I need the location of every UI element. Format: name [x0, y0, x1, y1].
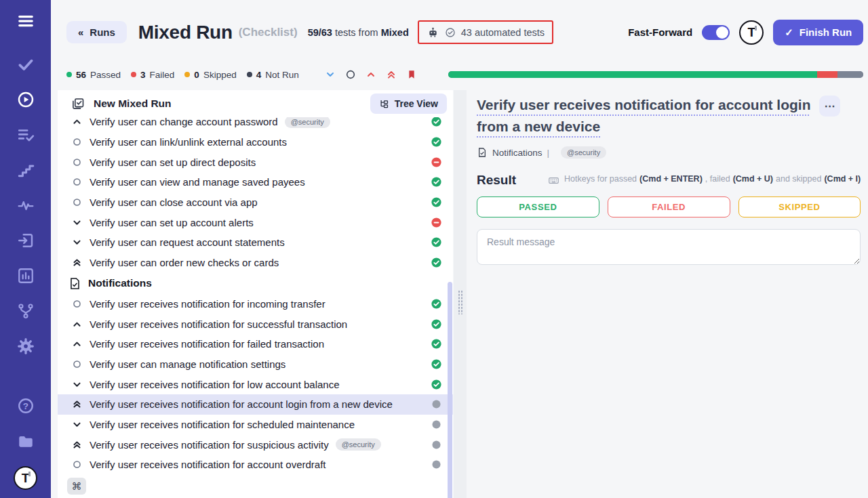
passed-button[interactable]: PASSED	[477, 196, 599, 217]
priority-none-icon	[72, 177, 82, 187]
checklist-icon[interactable]	[16, 125, 36, 145]
app-window: ? T « Runs Mixed Run (Checklist) 59/63 t…	[0, 0, 868, 498]
tag-badge[interactable]: @security	[561, 146, 606, 159]
pulse-icon[interactable]	[16, 195, 36, 215]
check-icon[interactable]	[16, 54, 36, 75]
test-title: Verify user can set up account alerts	[90, 217, 254, 228]
test-row[interactable]: Verify user can link/unlink external acc…	[58, 132, 453, 152]
tests-count: 59/63	[308, 27, 332, 38]
test-title: Verify user can set up direct deposits	[90, 157, 256, 168]
branch-icon[interactable]	[16, 301, 36, 321]
stat-not-run: 4Not Run	[247, 70, 299, 80]
priority-low-icon	[72, 379, 82, 390]
panel-resize-handle[interactable]	[454, 90, 467, 498]
test-title: Verify user receives notification for sc…	[90, 419, 355, 430]
steps-icon[interactable]	[16, 160, 36, 180]
priority-critical-icon	[72, 257, 82, 268]
chevron-down-icon[interactable]	[325, 69, 336, 80]
logo-tick	[28, 472, 31, 476]
main-area: « Runs Mixed Run (Checklist) 59/63 tests…	[51, 0, 868, 498]
test-row[interactable]: Verify user receives notification for su…	[58, 314, 453, 334]
analytics-icon[interactable]	[16, 266, 36, 286]
top-right-controls: Fast-Forward T ✓ Finish Run	[628, 20, 863, 45]
test-title: Verify user receives notification for fa…	[90, 338, 324, 350]
bookmark-icon[interactable]	[406, 69, 417, 80]
import-icon[interactable]	[16, 230, 36, 251]
test-row[interactable]: Verify user can set up account alerts	[58, 212, 453, 232]
test-row[interactable]: Verify user can view and manage saved pa…	[58, 172, 453, 192]
test-row[interactable]: Verify user receives notification for in…	[58, 294, 453, 314]
suite-title: Notifications	[88, 277, 152, 289]
back-to-runs-button[interactable]: « Runs	[66, 21, 127, 43]
status-passed-icon	[431, 176, 442, 188]
test-row[interactable]: Verify user receives notification for sc…	[58, 415, 453, 435]
test-row[interactable]: Verify user receives notification for lo…	[58, 374, 453, 394]
gear-icon[interactable]	[16, 336, 36, 356]
test-detail-title[interactable]: Verify user receives notification for ac…	[477, 94, 819, 138]
testomat-logo[interactable]: T	[14, 466, 37, 490]
suite-section-header[interactable]: Notifications	[58, 273, 453, 294]
stat-failed: 3Failed	[131, 70, 174, 80]
testomat-logo-top[interactable]: T	[739, 20, 764, 45]
test-row[interactable]: Verify user can change account password@…	[58, 117, 453, 132]
document-icon	[477, 147, 488, 158]
status-notrun-icon	[431, 459, 442, 470]
priority-high-icon	[72, 319, 82, 329]
svg-text:?: ?	[22, 401, 28, 411]
test-row[interactable]: Verify user receives notification for fa…	[58, 334, 453, 354]
test-row[interactable]: Verify user receives notification for ac…	[58, 455, 453, 475]
run-list-title: New Mixed Run	[94, 98, 172, 110]
fast-forward-toggle[interactable]	[702, 25, 730, 40]
test-row[interactable]: Verify user can request account statemen…	[58, 232, 453, 253]
skipped-button[interactable]: SKIPPED	[738, 196, 861, 217]
test-title: Verify user receives notification for ac…	[90, 398, 393, 410]
result-heading: Result	[477, 173, 516, 188]
content-area: New Mixed Run Tree View Verify user can …	[51, 90, 868, 498]
circle-icon[interactable]	[345, 69, 356, 80]
failed-button[interactable]: FAILED	[608, 196, 730, 217]
priority-none-icon	[72, 137, 82, 147]
verdict-buttons: PASSED FAILED SKIPPED	[477, 196, 861, 217]
more-options-button[interactable]: ⋯	[819, 96, 840, 117]
command-shortcuts-button[interactable]: ⌘	[67, 478, 86, 495]
finish-run-button[interactable]: ✓ Finish Run	[773, 20, 863, 45]
logo-tick	[755, 26, 757, 30]
double-chevron-up-icon[interactable]	[386, 69, 397, 80]
test-title: Verify user can manage notification sett…	[90, 358, 285, 370]
status-ribbon: 56Passed3Failed0Skipped4Not Run	[51, 64, 868, 85]
priority-none-icon	[72, 299, 82, 309]
status-dot	[247, 72, 252, 77]
tree-view-button[interactable]: Tree View	[370, 94, 447, 114]
stat-skipped: 0Skipped	[184, 70, 236, 80]
automated-tests-badge[interactable]: 43 automated tests	[418, 20, 553, 44]
test-row[interactable]: Verify user receives notification for ac…	[58, 394, 453, 415]
test-row[interactable]: Verify user can manage notification sett…	[58, 354, 453, 375]
priority-critical-icon	[72, 399, 82, 409]
run-icon[interactable]	[16, 89, 36, 110]
list-header: New Mixed Run Tree View	[58, 90, 453, 117]
test-title: Verify user can link/unlink external acc…	[90, 136, 287, 148]
status-counts: 56Passed3Failed0Skipped4Not Run	[66, 70, 299, 80]
folder-icon[interactable]	[16, 431, 36, 451]
tag-badge: @security	[285, 117, 330, 128]
list-scrollbar[interactable]	[448, 282, 452, 498]
priority-none-icon	[72, 359, 82, 369]
test-title: Verify user receives notification for su…	[90, 318, 347, 330]
status-notrun-icon	[431, 419, 442, 430]
test-row[interactable]: Verify user can close account via app	[58, 192, 453, 213]
progress-segment-not_run	[837, 71, 864, 78]
test-row[interactable]: Verify user can set up direct deposits	[58, 152, 453, 172]
test-row[interactable]: Verify user can order new checks or card…	[58, 253, 453, 273]
status-passed-icon	[431, 318, 442, 330]
help-icon[interactable]: ?	[16, 396, 36, 416]
status-passed-icon	[431, 338, 442, 350]
result-section-header: Result Hotkeys for passed (Cmd + ENTER) …	[477, 173, 861, 188]
chevron-up-icon[interactable]	[366, 69, 376, 80]
menu-icon[interactable]	[16, 11, 36, 31]
priority-critical-icon	[72, 440, 82, 450]
test-row[interactable]: Verify user receives notification for su…	[58, 434, 453, 455]
priority-high-icon	[72, 339, 82, 349]
result-message-input[interactable]	[477, 229, 861, 265]
suite-name[interactable]: Notifications	[492, 148, 542, 158]
tests-source: Mixed	[381, 27, 409, 38]
